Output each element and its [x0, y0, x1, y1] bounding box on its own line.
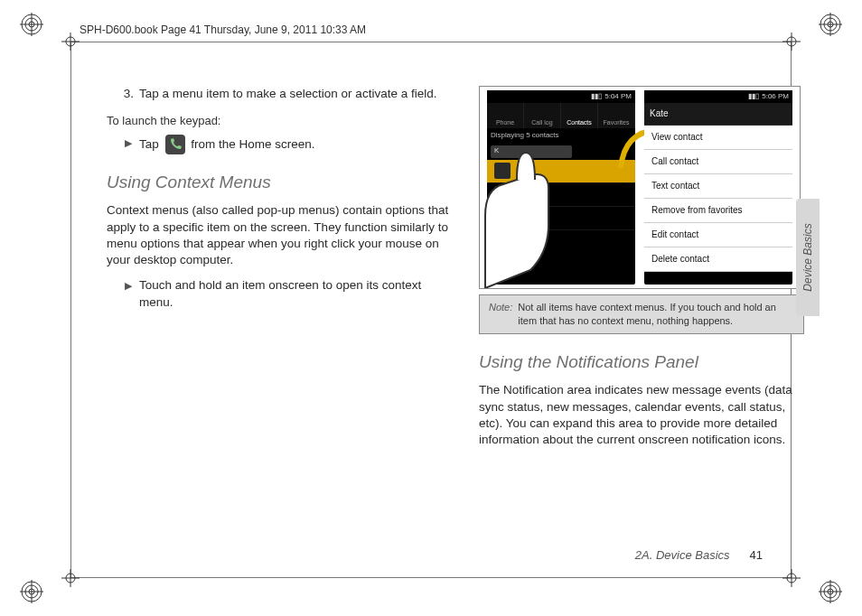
context-menu-item: Text contact — [644, 174, 792, 199]
context-menu-item: Call contact — [644, 150, 792, 174]
tab-phone: Phone — [487, 103, 524, 128]
bullet-text: Touch and hold an item onscreen to open … — [139, 277, 450, 310]
context-menu-figure: ▮▮▯ 5:04 PM Phone Call log Contacts Favo… — [479, 86, 801, 289]
note-text: Not all items have context menus. If you… — [518, 301, 794, 328]
bullet-arrow-icon: ▶ — [125, 279, 132, 293]
registration-mark-icon — [20, 13, 43, 36]
section-context-menus: Using Context Menus — [107, 171, 450, 194]
status-time: 5:06 PM — [762, 92, 789, 102]
notifications-para: The Notification area indicates new mess… — [479, 382, 804, 448]
chapter-label: 2A. Device Basics — [635, 548, 730, 562]
note-label: Note: — [489, 301, 512, 328]
hand-gesture-icon — [467, 135, 576, 288]
context-menu-item: Remove from favorites — [644, 199, 792, 223]
tab-call-log: Call log — [524, 103, 561, 128]
tab-contacts: Contacts — [561, 103, 598, 128]
tap-before: Tap — [139, 136, 159, 150]
phone-screenshot-contacts: ▮▮▯ 5:04 PM Phone Call log Contacts Favo… — [487, 90, 635, 285]
page-footer: 2A. Device Basics 41 — [635, 548, 763, 562]
contacts-tabs: Phone Call log Contacts Favorites — [487, 103, 635, 128]
launch-keypad-step: ▶ Tap from the Home screen. — [125, 135, 450, 154]
step-number: 3. — [121, 86, 134, 102]
tap-instruction: Tap from the Home screen. — [139, 135, 315, 154]
crop-rule — [70, 577, 792, 578]
bullet-arrow-icon: ▶ — [125, 136, 132, 150]
side-tab-label: Device Basics — [801, 223, 814, 291]
crop-tick-icon — [61, 33, 80, 51]
book-header: SPH-D600.book Page 41 Thursday, June 9, … — [80, 23, 366, 36]
context-menu-item: Delete contact — [644, 247, 792, 272]
context-menus-para: Context menus (also called pop-up menus)… — [107, 202, 450, 268]
right-column: ▮▮▯ 5:04 PM Phone Call log Contacts Favo… — [479, 86, 804, 457]
step-text: Tap a menu item to make a selection or a… — [139, 86, 436, 102]
context-menu-bullet: ▶ Touch and hold an item onscreen to ope… — [125, 277, 450, 310]
step-3: 3. Tap a menu item to make a selection o… — [121, 86, 450, 102]
status-time: 5:04 PM — [604, 92, 632, 102]
status-bar: ▮▮▯ 5:06 PM — [644, 90, 792, 103]
phone-screenshot-context-menu: ▮▮▯ 5:06 PM Kate View contact Call conta… — [644, 90, 792, 285]
page-number: 41 — [750, 548, 763, 562]
crop-rule — [70, 42, 71, 578]
side-tab: Device Basics — [796, 199, 820, 316]
tap-after: from the Home screen. — [191, 136, 314, 150]
note-box: Note: Not all items have context menus. … — [479, 294, 804, 334]
registration-mark-icon — [819, 580, 842, 603]
phone-app-icon — [165, 135, 185, 154]
registration-mark-icon — [819, 13, 842, 36]
crop-tick-icon — [782, 569, 801, 587]
crop-tick-icon — [61, 569, 80, 587]
section-notifications-panel: Using the Notifications Panel — [479, 350, 804, 374]
launch-keypad-label: To launch the keypad: — [107, 113, 450, 129]
context-menu-item: View contact — [644, 126, 792, 150]
context-menu-title: Kate — [644, 103, 792, 126]
signal-icon: ▮▮▯ — [591, 92, 602, 102]
context-menu-item: Edit contact — [644, 223, 792, 247]
status-bar: ▮▮▯ 5:04 PM — [487, 90, 635, 103]
crop-rule — [70, 42, 792, 42]
crop-tick-icon — [782, 33, 801, 51]
signal-icon: ▮▮▯ — [748, 92, 759, 102]
registration-mark-icon — [20, 580, 43, 603]
context-menu-list: View contact Call contact Text contact R… — [644, 126, 792, 272]
left-column: 3. Tap a menu item to make a selection o… — [107, 86, 450, 457]
